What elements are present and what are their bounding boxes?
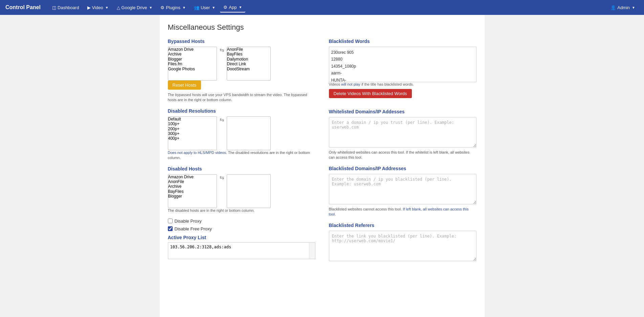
disable-free-proxy-label: Disable Free Proxy bbox=[175, 226, 212, 231]
bypassed-hosts-note: The bypassed hosts will use your VPS ban… bbox=[168, 92, 315, 103]
chevron-down-icon6: ▼ bbox=[632, 6, 635, 9]
blacklisted-word-4: aarm- bbox=[331, 70, 474, 76]
blacklisted-referers-section: Blacklisted Referers bbox=[329, 223, 476, 262]
navbar-item-user[interactable]: 👥 User ▼ bbox=[191, 3, 219, 12]
admin-icon: 👤 bbox=[610, 5, 616, 10]
app-icon: ⚙ bbox=[223, 5, 227, 10]
whitelisted-domains-textarea[interactable] bbox=[329, 117, 476, 148]
blacklisted-words-section: Blacklisted Words 230orec 905 12880 1435… bbox=[329, 39, 476, 104]
main-content: Miscellaneous Settings Bypassed Hosts Am… bbox=[160, 15, 485, 317]
whitelisted-domains-section: Whitelisted Domains/IP Addesses Only whi… bbox=[329, 109, 476, 160]
navbar-item-dashboard[interactable]: ◫ Dashboard bbox=[49, 3, 83, 12]
drive-icon: △ bbox=[117, 5, 120, 10]
page-title: Miscellaneous Settings bbox=[168, 23, 476, 32]
blacklisted-words-title: Blacklisted Words bbox=[329, 39, 476, 44]
transfer-right-arrow-res[interactable]: ⇆ bbox=[220, 116, 224, 123]
two-col-layout: Bypassed Hosts Amazon Drive Archive Blog… bbox=[168, 39, 476, 268]
navbar-item-plugins[interactable]: ⚙ Plugins ▼ bbox=[157, 3, 189, 12]
disabled-hosts-lists: Amazon Drive AnonFile Archive BayFiles B… bbox=[168, 174, 315, 208]
user-icon: 👥 bbox=[194, 5, 199, 10]
transfer-right-arrow[interactable]: ⇆ bbox=[220, 47, 224, 53]
blacklisted-word-5: HUNTA- bbox=[331, 77, 474, 82]
whitelisted-domains-title: Whitelisted Domains/IP Addesses bbox=[329, 109, 476, 114]
chevron-down-icon5: ▼ bbox=[239, 5, 242, 9]
whitelisted-domains-note: Only whitelisted websites can access thi… bbox=[329, 150, 476, 160]
navbar-items: ◫ Dashboard ▶ Video ▼ △ Google Drive ▼ ⚙… bbox=[49, 3, 607, 13]
blacklisted-domains-section: Blacklisted Domains/IP Addresses Blackli… bbox=[329, 166, 476, 217]
navbar-item-googledrive[interactable]: △ Google Drive ▼ bbox=[113, 3, 156, 12]
bypassed-hosts-lists: Amazon Drive Archive Blogger Files.fm Go… bbox=[168, 47, 315, 81]
transfer-arrows-resolutions: ⇆ bbox=[218, 116, 225, 123]
blacklisted-word-1: 230orec 905 bbox=[331, 49, 474, 56]
disabled-resolutions-title: Disabled Resolutions bbox=[168, 108, 315, 114]
bypassed-hosts-section: Bypassed Hosts Amazon Drive Archive Blog… bbox=[168, 39, 315, 103]
disabled-resolutions-lists: Default 100p+ 200p+ 300p+ 400p+ ⇆ bbox=[168, 116, 315, 150]
plugins-icon: ⚙ bbox=[160, 5, 164, 10]
video-icon: ▶ bbox=[87, 5, 91, 10]
chevron-down-icon2: ▼ bbox=[149, 6, 152, 9]
active-proxy-list-title: Active Proxy List bbox=[168, 235, 315, 240]
blacklisted-words-info: Videos will not play if the title has bl… bbox=[329, 82, 476, 86]
disabled-hosts-note: The disabled hosts are in the right or b… bbox=[168, 208, 315, 213]
disable-proxy-row: Disable Proxy bbox=[168, 219, 315, 224]
disabled-hosts-section: Disabled Hosts Amazon Drive AnonFile Arc… bbox=[168, 166, 315, 213]
proxy-input-wrapper bbox=[168, 242, 315, 259]
bypassed-hosts-right-list[interactable]: AnonFile BayFiles Dailymotion Direct Lin… bbox=[227, 47, 271, 81]
bypassed-hosts-title: Bypassed Hosts bbox=[168, 39, 315, 44]
disabled-resolutions-section: Disabled Resolutions Default 100p+ 200p+… bbox=[168, 108, 315, 161]
left-column: Bypassed Hosts Amazon Drive Archive Blog… bbox=[168, 39, 315, 268]
navbar-item-admin[interactable]: 👤 Admin ▼ bbox=[607, 3, 639, 12]
blacklisted-referers-title: Blacklisted Referers bbox=[329, 223, 476, 228]
transfer-arrows-bypassed: ⇆ bbox=[218, 47, 225, 53]
dashboard-icon: ◫ bbox=[52, 5, 56, 10]
transfer-arrows-disabled: ⇆ bbox=[218, 174, 225, 181]
disable-free-proxy-checkbox[interactable] bbox=[168, 226, 173, 231]
disable-proxy-checkbox[interactable] bbox=[168, 219, 173, 223]
navbar-item-app[interactable]: ⚙ App ▼ bbox=[220, 3, 245, 13]
blacklisted-domains-note: Blacklisted websites cannot access this … bbox=[329, 207, 476, 217]
bypassed-hosts-left-list[interactable]: Amazon Drive Archive Blogger Files.fm Go… bbox=[168, 47, 217, 81]
proxy-list-scrollbar bbox=[309, 243, 315, 259]
disable-proxy-label: Disable Proxy bbox=[175, 219, 202, 224]
navbar-right: 👤 Admin ▼ bbox=[607, 3, 639, 12]
blacklisted-word-2: 12880 bbox=[331, 56, 474, 63]
proxy-list-textarea[interactable] bbox=[168, 243, 309, 259]
right-column: Blacklisted Words 230orec 905 12880 1435… bbox=[329, 39, 476, 268]
disabled-resolutions-left-list[interactable]: Default 100p+ 200p+ 300p+ 400p+ bbox=[168, 116, 217, 150]
blacklisted-words-box: 230orec 905 12880 14354_1080p aarm- HUNT… bbox=[329, 47, 476, 82]
disabled-resolutions-right-list[interactable] bbox=[227, 116, 271, 150]
disabled-hosts-left-list[interactable]: Amazon Drive AnonFile Archive BayFiles B… bbox=[168, 174, 217, 208]
active-proxy-list-section: Active Proxy List bbox=[168, 235, 315, 259]
blacklisted-domains-title: Blacklisted Domains/IP Addresses bbox=[329, 166, 476, 171]
navbar: Control Panel ◫ Dashboard ▶ Video ▼ △ Go… bbox=[0, 0, 644, 15]
chevron-down-icon4: ▼ bbox=[212, 6, 215, 9]
reset-hosts-button[interactable]: Reset Hosts bbox=[168, 81, 201, 90]
disable-free-proxy-row: Disable Free Proxy bbox=[168, 226, 315, 231]
blacklisted-word-3: 14354_1080p bbox=[331, 63, 474, 70]
navbar-item-video[interactable]: ▶ Video ▼ bbox=[84, 3, 112, 12]
chevron-down-icon: ▼ bbox=[105, 6, 109, 9]
disabled-hosts-right-list[interactable] bbox=[227, 174, 271, 208]
transfer-right-arrow-dis[interactable]: ⇆ bbox=[220, 174, 224, 181]
disabled-resolutions-note: Does not apply to HLS/MPD videos. The di… bbox=[168, 150, 315, 161]
blacklisted-domains-textarea[interactable] bbox=[329, 174, 476, 204]
navbar-brand: Control Panel bbox=[5, 4, 41, 10]
chevron-down-icon3: ▼ bbox=[182, 6, 186, 9]
disabled-hosts-title: Disabled Hosts bbox=[168, 166, 315, 172]
delete-blacklisted-button[interactable]: Delete Videos With Blacklisted Words bbox=[329, 89, 412, 98]
blacklisted-referers-textarea[interactable] bbox=[329, 231, 476, 261]
